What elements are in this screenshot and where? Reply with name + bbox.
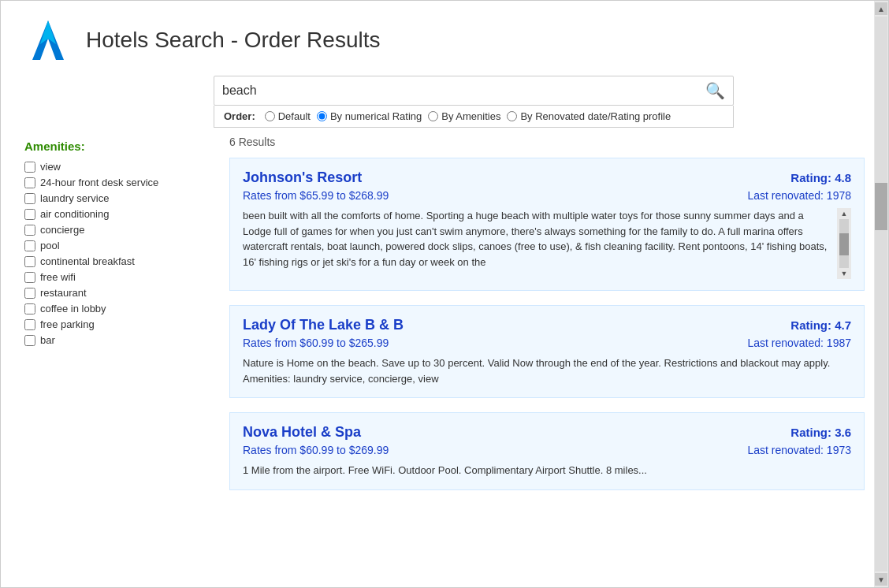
order-default-label: Default <box>278 110 311 122</box>
hotel-card-0: Johnson's Resort Rating: 4.8 Rates from … <box>229 158 865 291</box>
order-numerical-radio[interactable] <box>317 111 327 121</box>
svg-marker-1 <box>40 20 56 44</box>
order-bar: Order: Default By numerical Rating By Am… <box>214 106 734 128</box>
order-numerical[interactable]: By numerical Rating <box>317 110 422 122</box>
amenities-title: Amenities: <box>24 140 214 153</box>
hotel-header-2: Nova Hotel & Spa Rating: 3.6 <box>243 424 851 441</box>
order-amenities-radio[interactable] <box>428 111 438 121</box>
amenity-parking-label: free parking <box>40 318 95 330</box>
hotel-desc-1: Nature is Home on the beach. Save up to … <box>243 355 851 386</box>
amenity-restaurant-checkbox[interactable] <box>24 288 35 299</box>
order-renovated-radio[interactable] <box>507 111 517 121</box>
amenity-restaurant: restaurant <box>24 287 214 299</box>
amenity-bar: bar <box>24 334 214 346</box>
order-amenities[interactable]: By Amenities <box>428 110 500 122</box>
amenity-concierge-checkbox[interactable] <box>24 225 35 236</box>
amenity-wifi-checkbox[interactable] <box>24 272 35 283</box>
hotel-rates-2: Rates from $60.99 to $269.99 Last renova… <box>243 444 851 456</box>
amenity-pool: pool <box>24 240 214 251</box>
search-input[interactable] <box>222 84 705 98</box>
hotel-header-0: Johnson's Resort Rating: 4.8 <box>243 169 851 186</box>
hotel-desc-container-0: been built with all the comforts of home… <box>243 208 851 279</box>
hotel-desc-0: been built with all the comforts of home… <box>243 208 833 270</box>
amenity-breakfast: continental breakfast <box>24 255 214 267</box>
order-renovated-label: By Renovated date/Rating profile <box>520 110 671 122</box>
hotel-desc-2: 1 Mile from the airport. Free WiFi. Outd… <box>243 463 851 478</box>
main-scroll-track <box>875 17 887 571</box>
amenity-breakfast-label: continental breakfast <box>40 255 135 267</box>
order-renovated[interactable]: By Renovated date/Rating profile <box>507 110 671 122</box>
hotel-renovated-1: Last renovated: 1987 <box>747 337 851 349</box>
amenity-laundry: laundry service <box>24 192 214 204</box>
card-scroll-thumb-0 <box>839 233 849 255</box>
hotel-card-2: Nova Hotel & Spa Rating: 3.6 Rates from … <box>229 412 865 490</box>
order-numerical-label: By numerical Rating <box>330 110 422 122</box>
header: Hotels Search - Order Results <box>1 1 888 76</box>
search-area: 🔍 Order: Default By numerical Rating By … <box>1 76 888 128</box>
amenity-view-label: view <box>40 161 61 173</box>
hotel-desc-scroll-0: been built with all the comforts of home… <box>243 208 837 279</box>
order-amenities-label: By Amenities <box>441 110 500 122</box>
amenity-ac: air conditioning <box>24 208 214 220</box>
main-window: Hotels Search - Order Results 🔍 Order: D… <box>0 0 889 588</box>
amenity-pool-checkbox[interactable] <box>24 240 35 251</box>
amenity-wifi: free wifi <box>24 271 214 283</box>
amenity-parking: free parking <box>24 318 214 330</box>
amenity-coffee-label: coffee in lobby <box>40 303 106 314</box>
search-box-container: 🔍 <box>214 76 734 106</box>
hotel-name-1[interactable]: Lady Of The Lake B & B <box>243 317 404 333</box>
hotel-rates-range-2: Rates from $60.99 to $269.99 <box>243 444 389 456</box>
amenity-view: view <box>24 161 214 173</box>
hotel-rating-1: Rating: 4.7 <box>790 318 851 332</box>
main-scroll-up-btn[interactable]: ▲ <box>875 2 887 15</box>
order-default-radio[interactable] <box>265 111 275 121</box>
hotel-rates-range-0: Rates from $65.99 to $268.99 <box>243 189 389 202</box>
amenity-pool-label: pool <box>40 240 60 251</box>
hotel-name-0[interactable]: Johnson's Resort <box>243 169 362 186</box>
amenity-ac-checkbox[interactable] <box>24 209 35 220</box>
amenity-bar-checkbox[interactable] <box>24 335 35 346</box>
results-area: 6 Results Johnson's Resort Rating: 4.8 R… <box>214 136 865 504</box>
amenity-frontdesk-checkbox[interactable] <box>24 177 35 188</box>
card-scrollbar-0[interactable]: ▲ ▼ <box>837 208 851 279</box>
hotel-rates-1: Rates from $60.99 to $265.99 Last renova… <box>243 337 851 349</box>
card-scroll-down-0[interactable]: ▼ <box>841 270 848 277</box>
amenity-wifi-label: free wifi <box>40 271 76 283</box>
amenity-coffee-checkbox[interactable] <box>24 303 35 314</box>
amenity-coffee: coffee in lobby <box>24 303 214 314</box>
amenity-bar-label: bar <box>40 334 55 346</box>
hotel-name-2[interactable]: Nova Hotel & Spa <box>243 424 361 441</box>
app-logo <box>24 17 72 64</box>
amenity-concierge-label: concierge <box>40 224 84 236</box>
amenity-laundry-checkbox[interactable] <box>24 193 35 204</box>
results-count: 6 Results <box>229 136 865 148</box>
main-scroll-down-btn[interactable]: ▼ <box>875 573 887 586</box>
card-scroll-track-0 <box>839 219 849 268</box>
main-scroll-thumb <box>875 183 887 230</box>
order-label: Order: <box>224 110 255 122</box>
sidebar: Amenities: view 24-hour front desk servi… <box>24 136 214 504</box>
page-title: Hotels Search - Order Results <box>86 28 380 53</box>
hotel-rating-2: Rating: 3.6 <box>790 426 851 439</box>
hotel-renovated-2: Last renovated: 1973 <box>747 444 851 456</box>
amenity-frontdesk: 24-hour front desk service <box>24 177 214 188</box>
hotel-header-1: Lady Of The Lake B & B Rating: 4.7 <box>243 317 851 333</box>
amenity-restaurant-label: restaurant <box>40 287 87 299</box>
amenity-frontdesk-label: 24-hour front desk service <box>40 177 158 188</box>
amenity-ac-label: air conditioning <box>40 208 109 220</box>
hotel-rates-range-1: Rates from $60.99 to $265.99 <box>243 337 389 349</box>
order-default[interactable]: Default <box>265 110 311 122</box>
amenity-parking-checkbox[interactable] <box>24 319 35 330</box>
amenity-concierge: concierge <box>24 224 214 236</box>
content-area: Amenities: view 24-hour front desk servi… <box>1 136 888 504</box>
hotel-rates-0: Rates from $65.99 to $268.99 Last renova… <box>243 189 851 202</box>
hotel-rating-0: Rating: 4.8 <box>790 171 851 184</box>
amenity-breakfast-checkbox[interactable] <box>24 256 35 267</box>
hotel-renovated-0: Last renovated: 1978 <box>747 189 851 202</box>
search-icon[interactable]: 🔍 <box>705 81 725 100</box>
amenity-laundry-label: laundry service <box>40 192 109 204</box>
hotel-card-1: Lady Of The Lake B & B Rating: 4.7 Rates… <box>229 305 865 398</box>
main-scrollbar[interactable]: ▲ ▼ <box>874 1 888 587</box>
card-scroll-up-0[interactable]: ▲ <box>841 210 848 218</box>
amenity-view-checkbox[interactable] <box>24 162 35 173</box>
